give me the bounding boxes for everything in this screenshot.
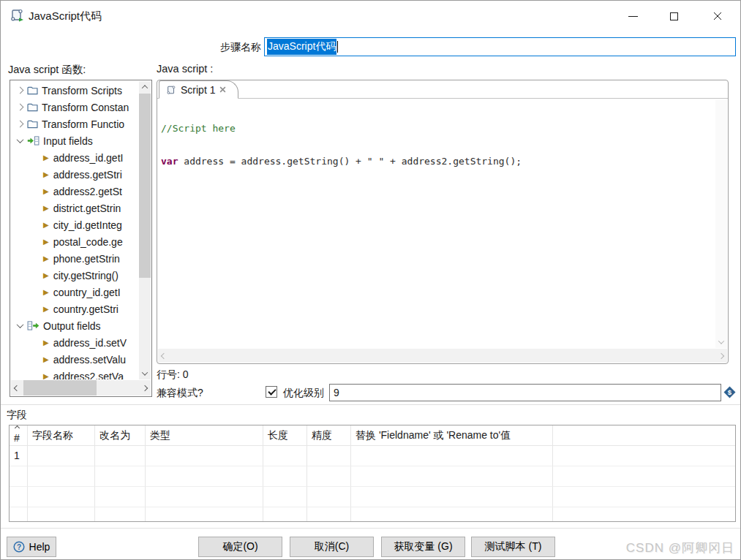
variable-dollar-icon[interactable]: $ [723,386,736,398]
tree-item-label: country.getStri [53,303,119,315]
field-arrow-icon: ▶ [43,170,49,178]
scroll-right-icon[interactable] [715,349,727,363]
maximize-button[interactable] [661,7,687,26]
scrollbar-thumb[interactable] [139,94,151,278]
tree-item[interactable]: ▶ address.setValu [11,351,138,368]
tree-item[interactable]: ▶ Transform Scripts [11,82,138,99]
type-cell[interactable] [146,446,263,466]
precision-cell[interactable] [307,446,351,466]
functions-tree: ▶ Transform Scripts [10,80,152,397]
step-name-label: 步骤名称 [184,41,261,54]
tree-item[interactable]: ▶ city_id.getInteg [11,216,138,233]
editor-vertical-scrollbar[interactable] [715,99,727,348]
close-button[interactable] [704,7,731,26]
tree-item-label: address_id.getI [53,152,124,164]
tree-item-label: district.getStrin [53,203,121,214]
test-script-button[interactable]: 测试脚本 (T) [471,537,555,557]
column-header-filler [553,425,735,445]
tree-item-label: Transform Scripts [42,85,122,97]
svg-text:$: $ [728,388,732,396]
tree-item[interactable]: ▶ address_id.setV [11,334,138,351]
field-arrow-icon: ▶ [43,154,49,162]
fields-section-label: 字段 [7,409,27,422]
tree-item[interactable]: ▶ Output fields [11,317,138,334]
minimize-button[interactable] [620,7,646,26]
cancel-button[interactable]: 取消(C) [290,537,374,557]
tree-item[interactable]: ▶ country.getStri [11,300,138,317]
tree-item[interactable]: ▶ Input fields [11,132,138,149]
column-header-rename[interactable]: 改名为 [95,425,146,445]
tree-expander-icon[interactable] [14,135,26,147]
rename-cell[interactable] [95,446,146,466]
optimization-checkbox[interactable] [266,386,277,398]
column-header-fieldname[interactable]: 字段名称 [28,425,95,445]
field-arrow-icon: ▶ [43,338,49,347]
tree-item[interactable]: ▶ city.getString() [11,267,138,284]
tree-item[interactable]: ▶ address2.setVa [11,368,138,379]
replace-cell[interactable] [351,446,553,466]
tree-expander-icon[interactable] [14,85,26,97]
column-header-num[interactable]: # [10,425,28,445]
script-tabstrip: Script 1 [157,80,728,99]
tree-item-label: Transform Functio [42,118,124,130]
text-caret [337,41,338,53]
tree-item[interactable]: ▶ address2.getSt [11,183,138,200]
tree-expander-icon[interactable] [14,320,26,332]
step-name-input[interactable]: JavaScript代码 [264,37,736,56]
scroll-left-icon[interactable] [11,380,23,396]
field-arrow-icon: ▶ [43,204,49,212]
length-cell[interactable] [263,446,307,466]
tree-horizontal-scrollbar[interactable] [11,380,151,396]
row-number-cell[interactable]: 1 [10,446,28,466]
get-variables-button[interactable]: 获取变量 (G) [381,537,465,557]
column-header-precision[interactable]: 精度 [307,425,351,445]
tree-item-label: address.setValu [53,354,126,366]
scroll-down-icon[interactable] [139,368,151,379]
field-arrow-icon: ▶ [43,254,49,262]
table-row-empty [10,487,735,507]
tree-item[interactable]: ▶ address.getStri [11,166,138,183]
tree-vertical-scrollbar[interactable] [139,81,151,379]
line-number-status: 行号: 0 [157,368,189,382]
tab-close-icon[interactable] [219,86,226,93]
tree-item-label: address2.getSt [53,186,122,197]
scroll-left-icon[interactable] [158,349,170,363]
svg-text:?: ? [17,543,21,551]
editor-horizontal-scrollbar[interactable] [158,349,727,363]
tree-item[interactable]: ▶ postal_code.ge [11,233,138,250]
tree-item-label: address_id.setV [53,337,127,349]
tree-item[interactable]: ▶ address_id.getI [11,149,138,166]
code-comment: //Script here [161,123,236,134]
compat-mode-label: 兼容模式? [157,387,203,400]
folder-icon [27,103,38,112]
script-code-editor[interactable]: //Script here var address = address.getS… [158,99,715,348]
code-keyword: var [161,156,178,167]
scrollbar-thumb[interactable] [23,380,97,396]
scroll-down-icon[interactable] [715,336,727,348]
tree-item-label: phone.getStrin [53,253,120,265]
scroll-right-icon[interactable] [139,380,151,396]
fieldname-cell[interactable] [28,446,95,466]
column-header-replace[interactable]: 替换 'Fieldname' 或 'Rename to'值 [351,425,553,445]
tree-item[interactable]: ▶ Transform Functio [11,116,138,132]
tree-item-label: address2.setVa [53,371,124,380]
tree-item-label: country_id.getI [53,287,121,298]
ok-button[interactable]: 确定(O) [198,537,282,557]
table-row-empty [10,466,735,487]
help-icon: ? [13,541,25,553]
tree-item[interactable]: ▶ district.getStrin [11,200,138,216]
column-header-type[interactable]: 类型 [146,425,263,445]
tree-item[interactable]: ▶ phone.getStrin [11,250,138,267]
titlebar: JavaScript代码 [1,1,740,31]
tree-expander-icon[interactable] [14,118,26,130]
optimization-level-input[interactable]: 9 [329,384,721,401]
column-header-length[interactable]: 长度 [263,425,307,445]
tree-expander-icon[interactable] [14,102,26,113]
table-row-empty [10,507,735,522]
help-button[interactable]: ? Help [7,537,56,557]
tree-item[interactable]: ▶ country_id.getI [11,284,138,300]
folder-icon [27,86,38,95]
tree-item[interactable]: ▶ Transform Constan [11,99,138,116]
scroll-up-icon[interactable] [139,81,151,93]
tab-script-1[interactable]: Script 1 [159,80,238,99]
